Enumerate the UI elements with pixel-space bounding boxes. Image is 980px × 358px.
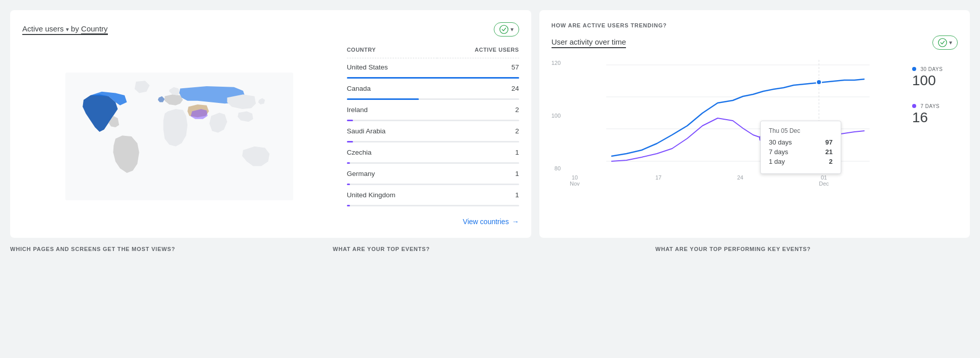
check-compare-button-left[interactable]: ▾ — [494, 22, 519, 37]
country-name: Ireland — [347, 101, 437, 115]
country-bar-cell — [347, 72, 519, 80]
country-bar-cell — [347, 115, 519, 122]
chart-dot-30days — [816, 80, 821, 85]
bar-wrap — [347, 141, 519, 142]
dropdown-arrow-title[interactable]: ▾ — [66, 26, 69, 33]
bar-fill — [347, 141, 353, 142]
view-countries-arrow-icon: → — [512, 218, 519, 226]
bar-wrap — [347, 77, 519, 79]
tooltip-row-1day: 1 day 2 — [769, 158, 833, 165]
country-users: 2 — [437, 101, 519, 115]
table-row: Germany1 — [347, 165, 519, 178]
bar-fill — [347, 162, 350, 164]
y-axis-labels: 120 100 80 — [552, 60, 564, 171]
bottom-sections-row: WHICH PAGES AND SCREENS GET THE MOST VIE… — [10, 246, 970, 252]
table-row: Canada24 — [347, 80, 519, 93]
view-countries-link[interactable]: View countries → — [347, 218, 519, 226]
tooltip-row-30days: 30 days 97 — [769, 138, 833, 146]
country-name: Czechia — [347, 144, 437, 157]
legend-value-7days: 16 — [912, 110, 958, 126]
bottom-title-2: WHAT ARE YOUR TOP EVENTS? — [333, 246, 647, 252]
bar-fill — [347, 98, 419, 100]
tooltip-val-30: 97 — [826, 138, 833, 146]
active-users-by-country-card: Active users ▾ by Country ▾ — [10, 10, 531, 238]
bar-fill — [347, 77, 519, 79]
legend-value-30days: 100 — [912, 73, 958, 89]
country-bar-cell — [347, 157, 519, 165]
table-row-bar — [347, 178, 519, 186]
bar-fill — [347, 120, 353, 121]
view-countries-label: View countries — [463, 218, 509, 226]
country-users: 57 — [437, 58, 519, 73]
tooltip-label-30: 30 days — [769, 138, 792, 146]
bottom-title-3: WHAT ARE YOUR TOP PERFORMING KEY EVENTS? — [655, 246, 970, 252]
x-label-nov17: 17 — [655, 174, 661, 187]
card-title-right: User activity over time — [552, 38, 626, 48]
legend-dot-7days — [912, 104, 916, 108]
right-section-title: HOW ARE ACTIVE USERS TRENDING? — [552, 22, 958, 28]
bar-wrap — [347, 98, 519, 100]
table-row: Ireland2 — [347, 101, 519, 115]
user-activity-card: HOW ARE ACTIVE USERS TRENDING? User acti… — [539, 10, 970, 238]
country-name: United Kingdom — [347, 186, 437, 200]
x-label-end — [905, 174, 906, 187]
card-header-right: User activity over time ▾ — [552, 35, 958, 50]
check-circle-icon — [499, 25, 508, 34]
country-name: Saudi Arabia — [347, 122, 437, 136]
tooltip-val-1: 2 — [829, 158, 833, 165]
bar-fill — [347, 205, 350, 206]
legend-dot-30days — [912, 67, 916, 71]
bar-wrap — [347, 205, 519, 206]
table-row-bar — [347, 157, 519, 165]
x-axis-labels: 10Nov 17 24 01Dec — [569, 174, 907, 187]
y-label-80: 80 — [552, 165, 561, 171]
country-users: 1 — [437, 186, 519, 200]
bottom-section-2: WHAT ARE YOUR TOP EVENTS? — [333, 246, 647, 252]
table-row: United Kingdom1 — [347, 186, 519, 200]
table-row-bar — [347, 136, 519, 144]
check-button-arrow-right: ▾ — [949, 39, 952, 46]
country-bar-cell — [347, 178, 519, 186]
svg-point-0 — [500, 25, 508, 33]
svg-point-2 — [938, 39, 947, 47]
tooltip-label-1: 1 day — [769, 158, 785, 165]
chart-with-legend: 120 100 80 — [552, 60, 958, 187]
bottom-title-1: WHICH PAGES AND SCREENS GET THE MOST VIE… — [10, 246, 325, 252]
world-map-area[interactable] — [22, 47, 337, 226]
card-title-left: Active users ▾ by Country — [22, 24, 108, 35]
world-map-svg — [65, 70, 293, 202]
country-name: Canada — [347, 80, 437, 93]
chart-svg-container: 10Nov 17 24 01Dec — [569, 60, 907, 187]
country-bar-cell — [347, 136, 519, 144]
x-label-nov10: 10Nov — [570, 174, 580, 187]
country-users: 1 — [437, 165, 519, 178]
tooltip-val-7: 21 — [826, 148, 833, 156]
card-header-left: Active users ▾ by Country ▾ — [22, 22, 519, 37]
bar-wrap — [347, 184, 519, 185]
y-label-100: 100 — [552, 113, 561, 119]
card-title-prefix: Active users — [22, 24, 64, 33]
check-button-arrow-left: ▾ — [511, 26, 514, 33]
y-label-120: 120 — [552, 60, 561, 66]
country-name: United States — [347, 58, 437, 73]
line-chart-svg[interactable] — [569, 60, 907, 171]
country-bar-cell — [347, 93, 519, 101]
table-row-bar — [347, 72, 519, 80]
country-bar-cell — [347, 200, 519, 207]
col-country-header: COUNTRY — [347, 47, 437, 58]
table-row: United States57 — [347, 58, 519, 73]
bar-fill — [347, 184, 350, 185]
table-row-bar — [347, 200, 519, 207]
card-title-highlight: Country — [81, 24, 108, 34]
bottom-section-1: WHICH PAGES AND SCREENS GET THE MOST VIE… — [10, 246, 325, 252]
check-compare-button-right[interactable]: ▾ — [932, 35, 958, 50]
x-label-nov24: 24 — [737, 174, 743, 187]
tooltip-label-7: 7 days — [769, 148, 788, 156]
tooltip-date: Thu 05 Dec — [769, 127, 833, 134]
bar-wrap — [347, 120, 519, 121]
legend-label-7days: 7 DAYS — [920, 103, 939, 109]
legend-30days: 30 DAYS 100 — [912, 64, 958, 89]
x-label-dec01: 01Dec — [819, 174, 829, 187]
chart-tooltip: Thu 05 Dec 30 days 97 7 days 21 1 day 2 — [760, 121, 841, 174]
left-card-content: COUNTRY ACTIVE USERS United States57Cana… — [22, 47, 519, 226]
